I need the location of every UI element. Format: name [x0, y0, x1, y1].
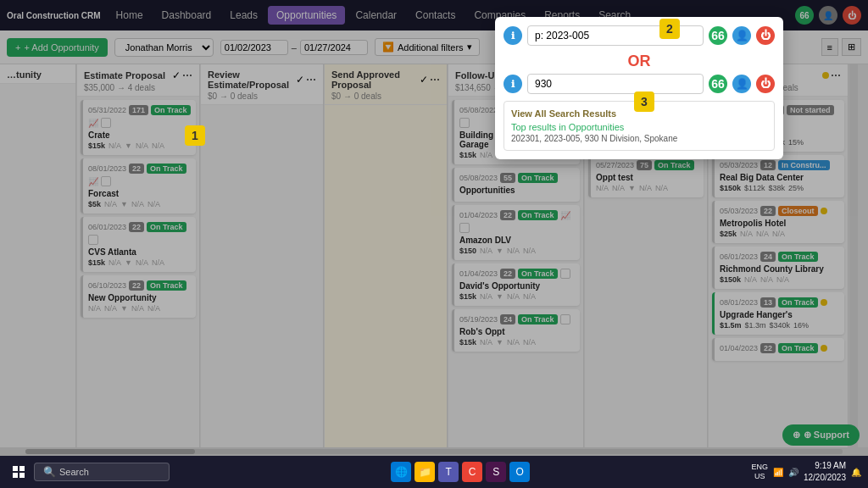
clock-date: 12/20/2023: [804, 472, 846, 484]
card-upgrade-title: Upgrade Hanger's: [720, 310, 839, 319]
scroll-indicator: [849, 64, 858, 447]
taskbar-icons: 🌐 📁 T C S O: [173, 462, 748, 482]
card-check[interactable]: [459, 118, 470, 128]
notification-bell[interactable]: 🔔: [851, 468, 861, 477]
col-opportunity-cards: [0, 84, 75, 447]
card-last-won[interactable]: 01/04/2023 22 On Track: [712, 338, 844, 361]
col-send-approved: Send Approved Proposal ✓ ⋯ $0 → 0 deals: [325, 64, 448, 447]
card-check[interactable]: [459, 223, 470, 233]
card-robs[interactable]: 05/19/2023 24 On Track Rob's Oppt $15k N…: [452, 309, 580, 352]
windows-start-button[interactable]: [7, 460, 31, 484]
more-icon[interactable]: ⋯: [831, 69, 841, 81]
col-send-approved-icons: ✓ ⋯: [420, 74, 440, 86]
taskbar-teams[interactable]: T: [438, 462, 459, 482]
user-icon-2[interactable]: 66: [709, 75, 727, 93]
card-forcast[interactable]: 08/01/2023 22 On Track 📈 Forcast $5k N/A…: [81, 158, 196, 214]
card-cvs[interactable]: 06/01/2023 22 On Track CVS Atlanta $15k …: [81, 217, 196, 272]
taskbar-slack[interactable]: S: [486, 462, 506, 482]
card-check[interactable]: [560, 269, 570, 279]
or-label: OR: [504, 53, 775, 70]
search-input-2[interactable]: [527, 74, 704, 94]
card-check[interactable]: [101, 176, 111, 186]
date-from[interactable]: [220, 40, 288, 55]
trend-icon: 📈: [88, 177, 98, 186]
scroll-thumb-h[interactable]: [25, 449, 195, 454]
card-amazon[interactable]: 01/04/2023 22 On Track 📈 Amazon DLV $150…: [452, 205, 580, 260]
date-filter: –: [220, 40, 368, 55]
card-real-big[interactable]: 05/03/2023 12 In Constru... Real Big Dat…: [712, 155, 844, 197]
svg-rect-0: [13, 466, 18, 471]
add-opportunity-button[interactable]: + + Add Opportunity: [7, 38, 108, 57]
check-icon[interactable]: ✓: [172, 69, 181, 81]
additional-filters-button[interactable]: 🔽 Additional filters ▾: [375, 38, 480, 56]
card-metropolis-title: Metropolis Hotel: [720, 219, 839, 228]
card-robs-title: Rob's Oppt: [459, 327, 575, 336]
nav-contacts[interactable]: Contacts: [407, 6, 464, 25]
check-icon[interactable]: ✓: [296, 74, 304, 86]
card-new-opp[interactable]: 06/10/2023 22 On Track New Opportunity N…: [81, 275, 196, 318]
user-filter[interactable]: Jonathan Morris: [114, 38, 214, 57]
scroll-track: [25, 449, 843, 454]
horizontal-scrollbar: [0, 447, 868, 456]
power-button[interactable]: ⏻: [843, 6, 861, 25]
volume-icon: 🔊: [788, 468, 798, 477]
col-review-meta: $0 → 0 deals: [208, 92, 316, 101]
notification-badge[interactable]: 66: [795, 6, 814, 25]
more-icon[interactable]: ⋯: [182, 69, 192, 81]
col-follow-up-title: Follow-Up: [455, 70, 500, 80]
card-opportunities[interactable]: 05/08/2023 55 On Track Opportunities: [452, 168, 580, 202]
card-amazon-title: Amazon DLV: [459, 236, 575, 245]
power-icon-2[interactable]: ⏻: [756, 75, 775, 93]
col-estimate-meta: $35,000 → 4 deals: [84, 83, 192, 92]
col-estimate-icons: ✓ ⋯: [172, 69, 192, 81]
nav-opportunities[interactable]: Opportunities: [268, 6, 345, 25]
card-richmond[interactable]: 06/01/2023 24 On Track Richmond County L…: [712, 247, 844, 289]
col-estimate-actions: Estimate Proposal ✓ ⋯: [84, 69, 192, 81]
info-icon-1[interactable]: ℹ: [504, 26, 522, 45]
nav-leads[interactable]: Leads: [221, 6, 266, 25]
user-icon[interactable]: 66: [709, 26, 727, 45]
more-icon[interactable]: ⋯: [430, 74, 440, 86]
support-button[interactable]: ⊕ ⊕ Support: [782, 424, 860, 446]
card-forcast-title: Forcast: [88, 189, 191, 198]
nav-dashboard[interactable]: Dashboard: [153, 6, 220, 25]
card-upgrade[interactable]: 08/01/2023 13 On Track Upgrade Hanger's …: [712, 292, 844, 335]
col-send-approved-meta: $0 → 0 deals: [331, 92, 440, 101]
power-icon[interactable]: ⏻: [756, 26, 775, 45]
col-estimate-header: Estimate Proposal ✓ ⋯ $35,000 → 4 deals: [77, 64, 199, 97]
card-crate[interactable]: 05/31/2022 171 On Track 📈 Crate $15k N/A…: [81, 100, 196, 155]
taskbar-outlook[interactable]: O: [509, 462, 530, 482]
user-avatar[interactable]: 👤: [819, 6, 837, 25]
taskbar-chrome[interactable]: C: [462, 462, 482, 482]
taskbar-explorer[interactable]: 📁: [415, 462, 435, 482]
card-richmond-title: Richmond County Library: [720, 264, 839, 274]
card-davids[interactable]: 01/04/2023 22 On Track David's Opportuni…: [452, 263, 580, 306]
list-view-button[interactable]: ≡: [821, 38, 838, 56]
taskbar-search-box[interactable]: 🔍 Search: [34, 463, 170, 481]
card-oppt-test[interactable]: 05/27/2023 75 On Track Oppt test N/A N/A…: [588, 155, 704, 197]
card-metropolis[interactable]: 05/03/2023 22 Closeout Metropolis Hotel …: [712, 201, 844, 243]
filter-icon: 🔽: [382, 42, 394, 53]
nav-home[interactable]: Home: [108, 6, 152, 25]
avatar-icon[interactable]: 👤: [732, 26, 751, 45]
avatar-icon-2[interactable]: 👤: [732, 75, 751, 93]
svg-rect-3: [19, 473, 25, 478]
top-results-label: Top results in Opportunities: [511, 122, 767, 132]
nav-calendar[interactable]: Calendar: [347, 6, 405, 25]
info-icon-2[interactable]: ℹ: [504, 75, 522, 93]
col-review-actions: Review Estimate/Proposal ✓ ⋯: [208, 69, 316, 90]
more-icon[interactable]: ⋯: [306, 74, 316, 86]
card-oppt-test-title: Oppt test: [596, 173, 698, 182]
taskbar-browser[interactable]: 🌐: [391, 462, 411, 482]
check-icon[interactable]: ✓: [420, 74, 428, 86]
col-estimate-cards: 05/31/2022 171 On Track 📈 Crate $15k N/A…: [77, 97, 199, 447]
search-result-detail: 202301, 2023-005, 930 N Division, Spokan…: [511, 134, 767, 143]
col-won-icons: ⋯: [822, 69, 841, 81]
time-block: 9:19 AM 12/20/2023: [804, 460, 846, 484]
annotation-2: 2: [659, 19, 680, 39]
grid-view-button[interactable]: ⊞: [842, 38, 861, 56]
date-to[interactable]: [300, 40, 368, 55]
card-check[interactable]: [560, 314, 570, 324]
card-check[interactable]: [88, 235, 98, 245]
card-check[interactable]: [101, 118, 111, 128]
